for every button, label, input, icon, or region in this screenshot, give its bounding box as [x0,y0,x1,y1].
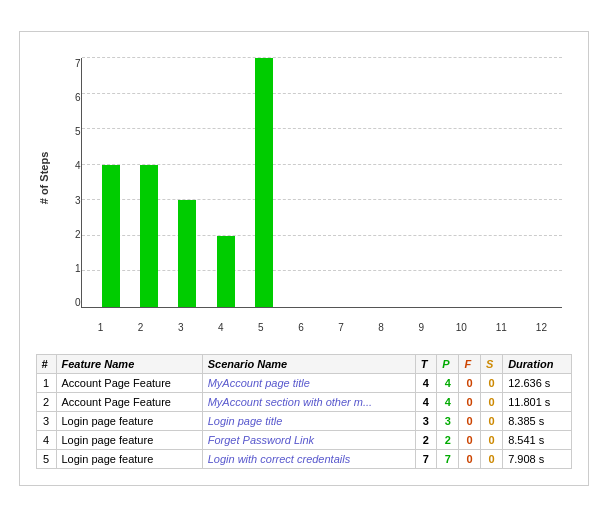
chart-plot-area [81,58,562,308]
x-label-6: 6 [281,322,321,333]
cell-scenario: Forget Password Link [202,431,415,450]
cell-s: 0 [480,374,502,393]
col-header-scenario: Scenario Name [202,355,415,374]
cell-f: 0 [459,431,481,450]
chart-area: # of Steps 0 1 2 3 4 5 6 7 [36,48,572,338]
main-container: # of Steps 0 1 2 3 4 5 6 7 [19,31,589,486]
bar-4 [217,236,235,307]
cell-id: 2 [36,393,56,412]
cell-f: 0 [459,393,481,412]
bar-group-2 [130,58,168,307]
x-label-8: 8 [361,322,401,333]
x-labels: 1 2 3 4 5 6 7 8 9 10 11 12 [81,322,562,333]
x-label-4: 4 [201,322,241,333]
cell-id: 1 [36,374,56,393]
bar-group-1 [92,58,130,307]
bar-group-10 [436,58,474,307]
col-header-p: P [437,355,459,374]
cell-duration: 12.636 s [503,374,571,393]
bar-group-6 [283,58,321,307]
cell-duration: 7.908 s [503,450,571,469]
cell-scenario: Login page title [202,412,415,431]
cell-p: 4 [437,374,459,393]
bars-container [82,58,562,307]
col-header-feature: Feature Name [56,355,202,374]
cell-duration: 8.541 s [503,431,571,450]
table-row: 5 Login page feature Login with correct … [36,450,571,469]
y-tick-1: 1 [56,263,81,274]
col-header-s: S [480,355,502,374]
cell-s: 0 [480,412,502,431]
cell-s: 0 [480,431,502,450]
x-label-2: 2 [121,322,161,333]
bar-group-8 [360,58,398,307]
col-header-duration: Duration [503,355,571,374]
cell-p: 4 [437,393,459,412]
cell-scenario: MyAccount section with other m... [202,393,415,412]
y-tick-3: 3 [56,195,81,206]
bar-5 [255,58,273,307]
cell-t: 4 [415,374,437,393]
table-row: 4 Login page feature Forget Password Lin… [36,431,571,450]
cell-p: 7 [437,450,459,469]
cell-id: 4 [36,431,56,450]
cell-feature: Login page feature [56,412,202,431]
bar-group-5 [245,58,283,307]
table-row: 2 Account Page Feature MyAccount section… [36,393,571,412]
cell-duration: 11.801 s [503,393,571,412]
y-tick-2: 2 [56,229,81,240]
bar-1 [102,165,120,307]
bar-group-12 [513,58,551,307]
cell-t: 7 [415,450,437,469]
cell-feature: Login page feature [56,450,202,469]
y-tick-5: 5 [56,126,81,137]
bar-2 [140,165,158,307]
x-label-11: 11 [481,322,521,333]
cell-duration: 8.385 s [503,412,571,431]
y-tick-6: 6 [56,92,81,103]
y-tick-0: 0 [56,297,81,308]
bar-group-7 [321,58,359,307]
x-label-9: 9 [401,322,441,333]
y-ticks: 0 1 2 3 4 5 6 7 [56,58,81,308]
x-label-10: 10 [441,322,481,333]
y-tick-7: 7 [56,58,81,69]
results-table: # Feature Name Scenario Name T P F S Dur… [36,354,572,469]
x-label-5: 5 [241,322,281,333]
cell-f: 0 [459,374,481,393]
y-tick-4: 4 [56,160,81,171]
table-row: 1 Account Page Feature MyAccount page ti… [36,374,571,393]
cell-scenario: MyAccount page title [202,374,415,393]
cell-p: 2 [437,431,459,450]
cell-id: 3 [36,412,56,431]
cell-feature: Account Page Feature [56,393,202,412]
cell-s: 0 [480,393,502,412]
bar-group-3 [168,58,206,307]
cell-feature: Account Page Feature [56,374,202,393]
y-axis-label: # of Steps [36,48,54,308]
col-header-hash: # [36,355,56,374]
bar-3 [178,200,196,307]
bar-group-4 [206,58,244,307]
x-label-1: 1 [81,322,121,333]
table-header-row: # Feature Name Scenario Name T P F S Dur… [36,355,571,374]
bar-group-11 [475,58,513,307]
cell-p: 3 [437,412,459,431]
x-label-12: 12 [521,322,561,333]
col-header-t: T [415,355,437,374]
x-label-7: 7 [321,322,361,333]
cell-feature: Login page feature [56,431,202,450]
cell-f: 0 [459,450,481,469]
cell-scenario: Login with correct credentails [202,450,415,469]
x-label-3: 3 [161,322,201,333]
cell-t: 2 [415,431,437,450]
table-row: 3 Login page feature Login page title 3 … [36,412,571,431]
cell-t: 4 [415,393,437,412]
bar-group-9 [398,58,436,307]
y-axis-text: # of Steps [39,152,51,205]
col-header-f: F [459,355,481,374]
cell-f: 0 [459,412,481,431]
cell-id: 5 [36,450,56,469]
cell-t: 3 [415,412,437,431]
cell-s: 0 [480,450,502,469]
